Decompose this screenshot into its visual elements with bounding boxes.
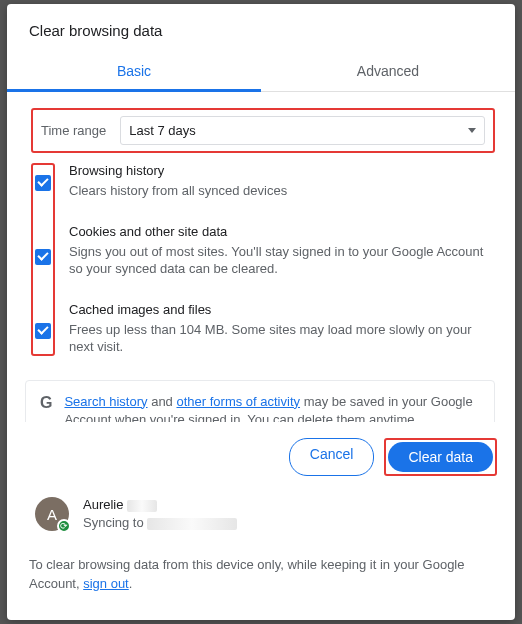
profile-text: Aurelie Syncing to: [83, 496, 237, 532]
clear-browsing-data-dialog: Clear browsing data Basic Advanced Time …: [7, 4, 515, 620]
time-range-select[interactable]: Last 7 days: [120, 116, 485, 145]
option-desc: Frees up less than 104 MB. Some sites ma…: [69, 321, 495, 356]
options-list: Browsing history Clears history from all…: [69, 163, 495, 356]
chevron-down-icon: [468, 128, 476, 133]
link-other-activity[interactable]: other forms of activity: [176, 394, 300, 409]
tab-bar: Basic Advanced: [7, 53, 515, 92]
time-range-label: Time range: [41, 123, 106, 138]
option-browsing-history: Browsing history Clears history from all…: [69, 163, 495, 200]
clear-data-button[interactable]: Clear data: [388, 442, 493, 472]
sync-line: Syncing to: [83, 515, 144, 530]
checkbox-column-highlight: [31, 163, 55, 356]
sync-icon: [57, 519, 71, 533]
redacted-text: [127, 500, 157, 512]
redacted-text: [147, 518, 237, 530]
google-icon: G: [40, 393, 52, 411]
footer-note: To clear browsing data from this device …: [7, 536, 515, 612]
checkbox-cached[interactable]: [35, 323, 51, 339]
avatar-initial: A: [47, 506, 57, 523]
option-desc: Signs you out of most sites. You'll stay…: [69, 243, 495, 278]
option-desc: Clears history from all synced devices: [69, 182, 495, 200]
option-title: Cached images and files: [69, 302, 495, 317]
time-range-value: Last 7 days: [129, 123, 196, 138]
option-cookies: Cookies and other site data Signs you ou…: [69, 224, 495, 278]
info-text: Search history and other forms of activi…: [64, 393, 480, 422]
time-range-row: Time range Last 7 days: [31, 108, 495, 153]
tab-basic[interactable]: Basic: [7, 53, 261, 91]
checkbox-cookies[interactable]: [35, 249, 51, 265]
google-info-box: G Search history and other forms of acti…: [25, 380, 495, 422]
options-scroll-area[interactable]: Time range Last 7 days Browsing history …: [7, 92, 515, 422]
link-sign-out[interactable]: sign out: [83, 576, 129, 591]
dialog-title: Clear browsing data: [7, 4, 515, 53]
avatar: A: [35, 497, 69, 531]
cancel-button[interactable]: Cancel: [289, 438, 375, 476]
profile-row: A Aurelie Syncing to: [7, 488, 515, 536]
profile-name: Aurelie: [83, 497, 123, 512]
checkbox-browsing-history[interactable]: [35, 175, 51, 191]
option-title: Browsing history: [69, 163, 495, 178]
option-cached: Cached images and files Frees up less th…: [69, 302, 495, 356]
option-title: Cookies and other site data: [69, 224, 495, 239]
tab-advanced[interactable]: Advanced: [261, 53, 515, 91]
link-search-history[interactable]: Search history: [64, 394, 147, 409]
dialog-button-row: Cancel Clear data: [7, 422, 515, 488]
clear-data-highlight: Clear data: [384, 438, 497, 476]
options-section: Browsing history Clears history from all…: [31, 163, 495, 356]
